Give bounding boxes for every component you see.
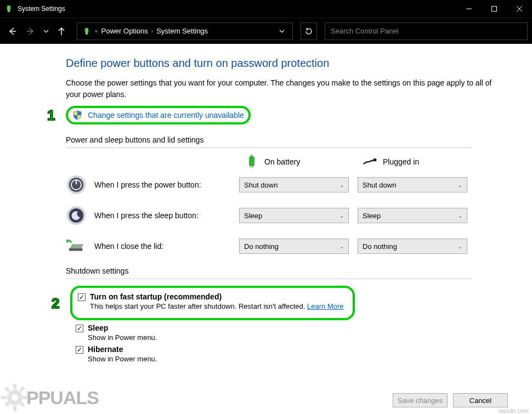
chevron-down-icon: ⌄ [339, 182, 344, 188]
maximize-button[interactable] [482, 0, 507, 18]
laptop-lid-icon [66, 236, 87, 257]
svg-rect-3 [492, 7, 497, 12]
fast-startup-callout: 2 Turn on fast startup (recommended) Thi… [70, 286, 355, 320]
dropdown-lid-battery[interactable]: Do nothing⌄ [239, 239, 349, 254]
brand-watermark: PPUALS [0, 381, 99, 414]
svg-rect-24 [13, 384, 16, 389]
svg-point-23 [12, 394, 18, 401]
checkbox-row-hibernate: Hibernate Show in Power menu. [76, 345, 521, 363]
dropdown-power-plugged[interactable]: Shut down⌄ [358, 177, 467, 192]
svg-rect-27 [23, 396, 29, 399]
column-header-battery: On battery [239, 155, 349, 169]
gear-icon [0, 383, 30, 412]
chevron-down-icon: ⌄ [339, 243, 344, 249]
callout-number-2: 2 [52, 294, 59, 311]
minimize-button[interactable] [456, 0, 482, 18]
save-button[interactable]: Save changes [393, 393, 448, 407]
search-input[interactable]: Search Control Panel [325, 22, 528, 40]
svg-rect-30 [19, 386, 25, 392]
footer-buttons: Save changes Cancel [393, 393, 508, 407]
svg-rect-11 [249, 156, 254, 166]
intro-text: Choose the power settings that you want … [66, 77, 499, 100]
fast-startup-title: Turn on fast startup (recommended) [90, 292, 344, 301]
group-title-buttons: Power and sleep buttons and lid settings [66, 135, 472, 148]
svg-rect-12 [251, 155, 253, 156]
chevron-down-icon: ⌄ [339, 213, 344, 219]
app-icon [4, 4, 13, 13]
navbar: « Power Options › System Settings Search… [0, 18, 532, 44]
forward-button[interactable] [23, 24, 38, 39]
dropdown-sleep-battery[interactable]: Sleep⌄ [239, 208, 349, 223]
svg-rect-0 [7, 5, 10, 11]
column-label: Plugged in [383, 157, 419, 166]
setting-label: When I press the power button: [94, 180, 201, 189]
brand-text: PPUALS [26, 387, 99, 409]
dropdown-sleep-plugged[interactable]: Sleep⌄ [358, 208, 467, 223]
content-area: Define power buttons and turn on passwor… [0, 44, 532, 363]
column-label: On battery [264, 157, 300, 166]
setting-label: When I close the lid: [94, 242, 163, 251]
hibernate-title: Hibernate [88, 345, 157, 354]
close-button[interactable] [507, 0, 532, 18]
svg-rect-21 [69, 248, 83, 251]
learn-more-link[interactable]: Learn More [307, 302, 343, 310]
row-power-button: When I press the power button: Shut down… [66, 174, 521, 195]
breadcrumb-item[interactable]: System Settings [154, 27, 210, 35]
row-sleep-button: When I press the sleep button: Sleep⌄ Sl… [66, 205, 521, 226]
address-dropdown[interactable] [274, 26, 290, 36]
power-button-icon [66, 174, 87, 195]
refresh-button[interactable] [301, 22, 317, 40]
window-title: System Settings [18, 5, 456, 13]
fast-startup-desc: This helps start your PC faster after sh… [90, 302, 344, 310]
svg-rect-28 [4, 387, 10, 393]
address-bar[interactable]: « Power Options › System Settings [77, 22, 293, 40]
search-placeholder: Search Control Panel [331, 27, 399, 35]
column-header-plugged: Plugged in [358, 155, 467, 169]
dropdown-power-battery[interactable]: Shut down⌄ [239, 177, 349, 192]
chevron-down-icon: ⌄ [458, 213, 462, 219]
checkbox-sleep[interactable] [76, 325, 83, 332]
titlebar: System Settings [0, 0, 532, 18]
svg-rect-1 [8, 11, 10, 12]
chevron-right-icon: › [150, 28, 154, 34]
sleep-title: Sleep [88, 324, 157, 332]
breadcrumb-item[interactable]: Power Options [99, 27, 150, 35]
group-title-shutdown: Shutdown settings [66, 266, 472, 279]
site-watermark: wsxdn.com [499, 407, 529, 414]
shield-icon [72, 110, 82, 120]
svg-rect-14 [373, 158, 376, 161]
chevron-down-icon: ⌄ [458, 243, 462, 249]
checkbox-row-sleep: Sleep Show in Power menu. [76, 324, 521, 342]
chevron-down-icon: ⌄ [458, 182, 462, 188]
checkbox-hibernate[interactable] [76, 346, 83, 354]
sleep-desc: Show in Power menu. [88, 333, 157, 342]
svg-rect-9 [85, 28, 88, 33]
svg-rect-26 [1, 396, 7, 399]
svg-rect-10 [86, 33, 88, 35]
back-button[interactable] [4, 24, 20, 39]
svg-rect-13 [250, 166, 254, 168]
sleep-button-icon [66, 205, 87, 226]
chevron-left-icon: « [94, 28, 99, 34]
up-button[interactable] [54, 24, 69, 39]
page-heading: Define power buttons and turn on passwor… [66, 57, 521, 70]
admin-link-callout: 1 Change settings that are currently una… [66, 106, 251, 124]
recent-dropdown[interactable] [42, 24, 50, 39]
battery-icon [245, 155, 259, 169]
setting-label: When I press the sleep button: [94, 211, 199, 220]
plug-icon [363, 155, 377, 169]
change-settings-link[interactable]: Change settings that are currently unava… [88, 111, 244, 120]
svg-rect-25 [13, 406, 16, 411]
cancel-button[interactable]: Cancel [453, 393, 508, 407]
hibernate-desc: Show in Power menu. [88, 355, 157, 363]
row-close-lid: When I close the lid: Do nothing⌄ Do not… [66, 236, 521, 257]
battery-icon [82, 26, 92, 36]
callout-number-1: 1 [47, 107, 55, 124]
dropdown-lid-plugged[interactable]: Do nothing⌄ [358, 239, 467, 254]
checkbox-fast-startup[interactable] [78, 293, 86, 301]
